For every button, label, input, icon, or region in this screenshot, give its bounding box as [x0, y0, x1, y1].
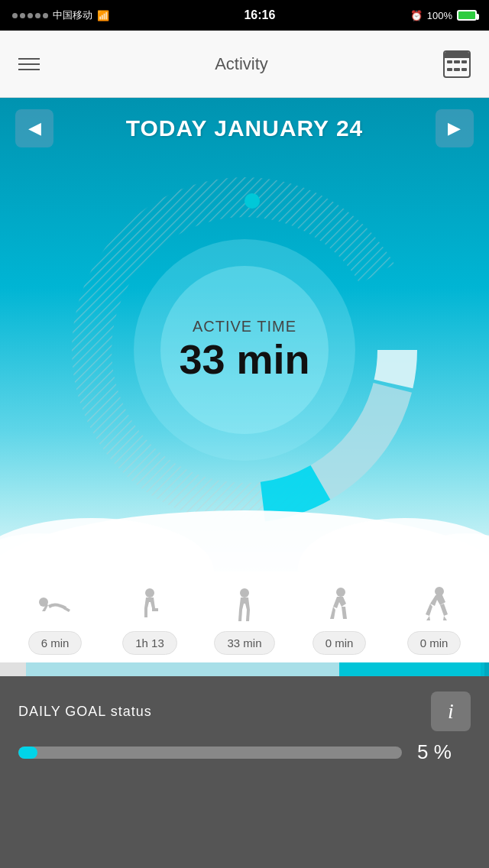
bar-standing — [339, 662, 481, 676]
hamburger-line-2 — [18, 63, 40, 65]
walking-icon — [320, 587, 358, 625]
status-bar: 中国移动 📶 16:16 ⏰ 100% — [0, 0, 489, 31]
prev-day-button[interactable]: ◀ — [15, 109, 53, 147]
next-day-button[interactable]: ▶ — [436, 109, 474, 147]
bar-running — [484, 662, 489, 676]
calendar-button[interactable] — [443, 50, 471, 78]
info-icon: i — [448, 699, 454, 724]
activity-running: 0 min — [392, 587, 476, 655]
activity-lying: 6 min — [13, 587, 97, 655]
svg-point-15 — [435, 587, 444, 596]
hamburger-line-3 — [18, 69, 40, 70]
current-date: TODAY JANUARY 24 — [126, 115, 364, 141]
goal-title: DAILY GOAL status — [18, 704, 152, 720]
dot-3 — [28, 13, 33, 18]
goal-progress-row: 5 % — [18, 740, 471, 764]
wifi-icon: 📶 — [97, 10, 109, 21]
hamburger-line-1 — [18, 58, 40, 60]
activity-sitting: 1h 13 — [108, 587, 192, 655]
main-content: ◀ TODAY JANUARY 24 ▶ — [0, 98, 489, 868]
active-time-value: 33 min — [179, 335, 309, 383]
dot-4 — [35, 13, 40, 18]
battery-icon — [457, 10, 477, 21]
bar-sitting — [26, 662, 339, 676]
standing-time: 33 min — [214, 631, 274, 655]
goal-progress-bar-bg — [18, 747, 402, 759]
walking-time: 0 min — [313, 631, 367, 655]
indicator-dot — [244, 193, 260, 209]
carrier-name: 中国移动 — [53, 8, 92, 22]
next-arrow-icon: ▶ — [448, 118, 461, 138]
calendar-top-bar — [445, 52, 469, 58]
lying-icon — [36, 587, 74, 625]
page-title: Activity — [215, 54, 268, 74]
goal-progress-bar-fill — [18, 747, 37, 759]
alarm-icon: ⏰ — [410, 10, 423, 21]
prev-arrow-icon: ◀ — [28, 118, 41, 138]
signal-dots — [12, 13, 48, 18]
bar-lying — [0, 662, 26, 676]
date-header: ◀ TODAY JANUARY 24 ▶ — [0, 98, 489, 159]
hero-section: ◀ TODAY JANUARY 24 ▶ — [0, 98, 489, 572]
activity-standing: 33 min — [202, 587, 287, 655]
sitting-icon — [131, 587, 169, 625]
calendar-grid — [445, 58, 469, 76]
svg-point-14 — [336, 588, 345, 597]
status-time: 16:16 — [244, 8, 275, 22]
lying-time: 6 min — [28, 631, 83, 655]
goal-header: DAILY GOAL status i — [18, 691, 471, 731]
svg-point-12 — [145, 588, 154, 598]
nav-bar: Activity — [0, 31, 489, 98]
activity-section: 6 min 1h 13 — [0, 572, 489, 662]
running-icon — [415, 587, 453, 625]
status-right: ⏰ 100% — [410, 10, 477, 21]
activity-walking: 0 min — [297, 587, 381, 655]
dot-5 — [43, 13, 48, 18]
goal-percent: 5 % — [417, 740, 471, 764]
svg-point-13 — [240, 588, 249, 598]
status-left: 中国移动 📶 — [12, 8, 109, 22]
goal-info-button[interactable]: i — [431, 691, 471, 731]
cloud-decoration — [0, 480, 489, 572]
battery-percent: 100% — [427, 10, 452, 21]
sitting-time: 1h 13 — [122, 631, 177, 655]
dot-2 — [20, 13, 25, 18]
standing-icon — [225, 587, 264, 625]
dot-1 — [12, 13, 18, 18]
chart-center: ACTIVE TIME 33 min — [179, 318, 309, 383]
running-time: 0 min — [407, 631, 461, 655]
active-time-label: ACTIVE TIME — [179, 318, 309, 335]
hamburger-menu[interactable] — [18, 58, 40, 70]
activity-icons-row: 6 min 1h 13 — [8, 587, 481, 655]
goal-section: DAILY GOAL status i 5 % — [0, 676, 489, 868]
activity-bar — [0, 662, 489, 676]
